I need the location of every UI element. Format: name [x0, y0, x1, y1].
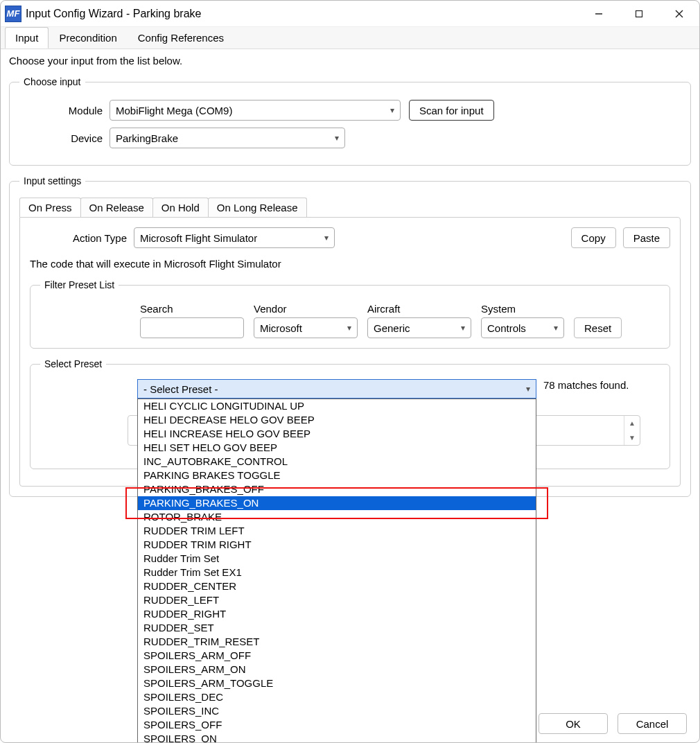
aircraft-value: Generic [374, 322, 410, 334]
preset-option[interactable]: SPOILERS_OFF [138, 718, 536, 732]
preset-option[interactable]: HELI DECREASE HELO GOV BEEP [138, 413, 536, 427]
main-tabs: Input Precondition Config References [1, 27, 699, 49]
preset-option[interactable]: HELI INCREASE HELO GOV BEEP [138, 427, 536, 441]
copy-button[interactable]: Copy [571, 227, 616, 248]
vendor-select[interactable]: Microsoft▾ [254, 317, 358, 338]
preset-option[interactable]: Rudder Trim Set [138, 552, 536, 566]
system-select[interactable]: Controls▾ [481, 317, 564, 338]
choose-input-group: Choose input Module MobiFlight Mega (COM… [9, 76, 691, 166]
preset-option[interactable]: RUDDER TRIM RIGHT [138, 538, 536, 552]
preset-dropdown[interactable]: HELI CYCLIC LONGITUDINAL UPHELI DECREASE… [137, 399, 536, 743]
preset-option[interactable]: SPOILERS_ARM_TOGGLE [138, 676, 536, 690]
chevron-down-icon: ▾ [324, 233, 329, 243]
tab-on-long-release[interactable]: On Long Release [208, 198, 307, 217]
vendor-value: Microsoft [260, 322, 302, 334]
preset-option[interactable]: SPOILERS_INC [138, 704, 536, 718]
chevron-down-icon: ▾ [554, 323, 558, 333]
preset-select[interactable]: - Select Preset - ▾ [137, 379, 536, 399]
module-label: Module [19, 105, 110, 116]
preset-option[interactable]: INC_AUTOBRAKE_CONTROL [138, 455, 536, 469]
filter-preset-legend: Filter Preset List [40, 279, 119, 290]
system-value: Controls [487, 322, 526, 334]
preset-option[interactable]: RUDDER_SET [138, 621, 536, 635]
action-type-select[interactable]: Microsoft Flight Simulator ▾ [134, 227, 335, 248]
device-value: ParkingBrake [116, 132, 178, 144]
window-controls [579, 1, 699, 26]
matches-count: 78 matches found. [543, 379, 629, 391]
reset-button[interactable]: Reset [574, 317, 622, 338]
tab-on-press[interactable]: On Press [19, 198, 81, 217]
spinner-buttons[interactable]: ▲ ▼ [624, 416, 640, 445]
preset-option[interactable]: HELI CYCLIC LONGITUDINAL UP [138, 399, 536, 413]
filter-preset-group: Filter Preset List Search Vendor Microso… [30, 279, 670, 349]
input-settings-group: Input settings On Press On Release On Ho… [9, 175, 691, 497]
minimize-button[interactable] [579, 1, 619, 26]
chevron-down-icon: ▾ [335, 133, 339, 143]
preset-option[interactable]: RUDDER_TRIM_RESET [138, 635, 536, 649]
chevron-down-icon: ▾ [461, 323, 465, 333]
app-icon: MF [5, 6, 21, 22]
chevron-down-icon: ▾ [526, 384, 530, 394]
scan-for-input-button[interactable]: Scan for input [409, 100, 494, 121]
system-label: System [481, 303, 564, 315]
module-value: MobiFlight Mega (COM9) [116, 105, 232, 116]
ok-button[interactable]: OK [539, 713, 608, 734]
preset-option[interactable]: SPOILERS_ON [138, 732, 536, 743]
preset-option[interactable]: PARKING_BRAKES_OFF [138, 482, 536, 496]
action-type-label: Action Type [30, 232, 134, 244]
intro-text: Choose your input from the list below. [9, 55, 691, 67]
preset-option[interactable]: SPOILERS_ARM_OFF [138, 649, 536, 663]
aircraft-select[interactable]: Generic▾ [367, 317, 471, 338]
preset-option[interactable]: RUDDER TRIM LEFT [138, 524, 536, 538]
dialog-footer: OK Cancel [539, 713, 687, 734]
preset-option[interactable]: SPOILERS_DEC [138, 690, 536, 704]
input-settings-legend: Input settings [19, 175, 85, 186]
spinner-up-icon[interactable]: ▲ [624, 416, 640, 430]
preset-option[interactable]: RUDDER_LEFT [138, 593, 536, 607]
preset-option[interactable]: ROTOR_BRAKE [138, 510, 536, 524]
window-title: Input Config Wizard - Parking brake [26, 8, 201, 20]
tab-precondition[interactable]: Precondition [49, 27, 127, 49]
tab-on-release[interactable]: On Release [80, 198, 153, 217]
paste-button[interactable]: Paste [623, 227, 670, 248]
chevron-down-icon: ▾ [390, 105, 394, 115]
cancel-button[interactable]: Cancel [618, 713, 687, 734]
preset-option[interactable]: SPOILERS_ARM_ON [138, 663, 536, 676]
svg-rect-1 [636, 10, 642, 17]
code-description: The code that will execute in Microsoft … [30, 258, 670, 270]
select-preset-legend: Select Preset [40, 358, 106, 369]
aircraft-label: Aircraft [367, 303, 471, 315]
select-preset-group: Select Preset - Select Preset - ▾ 78 mat… [30, 358, 670, 469]
spinner-down-icon[interactable]: ▼ [624, 430, 640, 445]
tab-input[interactable]: Input [5, 27, 49, 49]
vendor-label: Vendor [254, 303, 358, 315]
titlebar: MF Input Config Wizard - Parking brake [1, 1, 699, 27]
choose-input-legend: Choose input [19, 76, 85, 87]
tab-on-hold[interactable]: On Hold [152, 198, 209, 217]
chevron-down-icon: ▾ [347, 323, 351, 333]
preset-option[interactable]: Rudder Trim Set EX1 [138, 566, 536, 579]
action-type-value: Microsoft Flight Simulator [140, 232, 257, 244]
preset-option[interactable]: RUDDER_CENTER [138, 579, 536, 593]
preset-option[interactable]: HELI SET HELO GOV BEEP [138, 441, 536, 455]
preset-option[interactable]: RUDDER_RIGHT [138, 607, 536, 621]
device-select[interactable]: ParkingBrake ▾ [110, 128, 345, 148]
device-label: Device [19, 132, 110, 144]
preset-placeholder: - Select Preset - [143, 383, 218, 395]
preset-option[interactable]: PARKING BRAKES TOGGLE [138, 469, 536, 482]
preset-option[interactable]: PARKING_BRAKES_ON [138, 496, 536, 510]
search-input[interactable] [140, 317, 244, 338]
tab-config-references[interactable]: Config References [128, 27, 234, 49]
event-panel: Action Type Microsoft Flight Simulator ▾… [19, 217, 681, 487]
module-select[interactable]: MobiFlight Mega (COM9) ▾ [110, 100, 401, 121]
event-tabs: On Press On Release On Hold On Long Rele… [19, 198, 681, 217]
close-button[interactable] [659, 1, 699, 26]
maximize-button[interactable] [619, 1, 659, 26]
search-label: Search [140, 303, 244, 315]
